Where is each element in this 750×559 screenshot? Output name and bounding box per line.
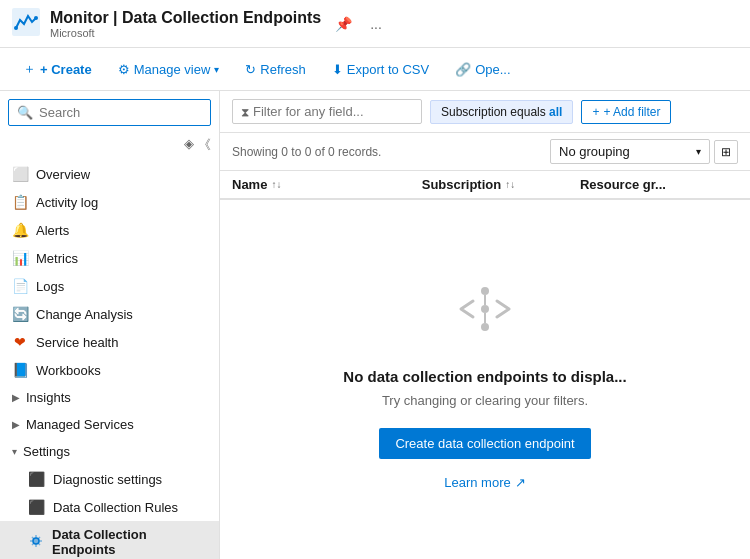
sidebar-item-label: Alerts — [36, 223, 69, 238]
service-health-icon: ❤ — [12, 334, 28, 350]
col-resource-group[interactable]: Resource gr... — [580, 177, 738, 192]
grouping-controls: No grouping ▾ ⊞ — [550, 139, 738, 164]
sidebar-item-label: Activity log — [36, 195, 98, 210]
open-button[interactable]: 🔗 Ope... — [444, 56, 521, 83]
workbooks-icon: 📘 — [12, 362, 28, 378]
insights-label: Insights — [26, 390, 71, 405]
grid-toggle-button[interactable]: ⊞ — [714, 140, 738, 164]
manage-view-button[interactable]: ⚙ Manage view ▾ — [107, 56, 231, 83]
empty-state-icon — [445, 269, 525, 352]
filter-icon: ⧗ — [241, 105, 249, 119]
download-icon: ⬇ — [332, 62, 343, 77]
svg-point-2 — [34, 16, 38, 20]
gear-icon: ⚙ — [118, 62, 130, 77]
filter-input-box[interactable]: ⧗ — [232, 99, 422, 124]
chevron-down-icon: ▾ — [214, 64, 219, 75]
more-icon[interactable]: ... — [366, 12, 386, 36]
sidebar-settings-icon[interactable]: ◈ — [184, 136, 194, 154]
svg-point-1 — [14, 26, 18, 30]
sidebar-item-alerts[interactable]: 🔔 Alerts — [0, 216, 219, 244]
sidebar-icon-group: ◈ 《 — [0, 134, 219, 160]
sidebar-item-workbooks[interactable]: 📘 Workbooks — [0, 356, 219, 384]
change-analysis-icon: 🔄 — [12, 306, 28, 322]
table-header: Name ↑↓ Subscription ↑↓ Resource gr... — [220, 171, 750, 200]
create-icon: ＋ — [23, 60, 36, 78]
azure-monitor-icon — [12, 8, 40, 39]
learn-more-link[interactable]: Learn more ↗ — [444, 475, 525, 490]
subscription-filter-tag: Subscription equals all — [430, 100, 573, 124]
col-subscription[interactable]: Subscription ↑↓ — [422, 177, 580, 192]
plus-icon: + — [592, 105, 599, 119]
sidebar-item-label: Service health — [36, 335, 118, 350]
activity-log-icon: 📋 — [12, 194, 28, 210]
header-title-group: Monitor | Data Collection Endpoints Micr… — [50, 9, 321, 39]
learn-more-text: Learn more — [444, 475, 510, 490]
refresh-button[interactable]: ↻ Refresh — [234, 56, 317, 83]
create-endpoint-button[interactable]: Create data collection endpoint — [379, 428, 590, 459]
sidebar-item-label: Workbooks — [36, 363, 101, 378]
sidebar-item-label: Overview — [36, 167, 90, 182]
chevron-down-icon: ▾ — [696, 146, 701, 157]
sidebar-item-diagnostic-settings[interactable]: ⬛ Diagnostic settings — [0, 465, 219, 493]
sidebar-group-insights[interactable]: ▶ Insights — [0, 384, 219, 411]
grid-icon: ⊞ — [721, 145, 731, 159]
export-button[interactable]: ⬇ Export to CSV — [321, 56, 440, 83]
subscription-sort-icon: ↑↓ — [505, 179, 515, 190]
sidebar-group-managed-services[interactable]: ▶ Managed Services — [0, 411, 219, 438]
sidebar-item-data-collection-rules[interactable]: ⬛ Data Collection Rules — [0, 493, 219, 521]
logs-icon: 📄 — [12, 278, 28, 294]
col-name[interactable]: Name ↑↓ — [232, 177, 422, 192]
svg-point-4 — [481, 305, 489, 313]
page-title: Monitor | Data Collection Endpoints — [50, 9, 321, 27]
records-count-text: Showing 0 to 0 of 0 records. — [232, 145, 381, 159]
diagnostic-icon: ⬛ — [28, 471, 45, 487]
chevron-right-icon: ▶ — [12, 419, 20, 430]
sidebar-sub-item-label: Data Collection Rules — [53, 500, 178, 515]
sidebar: 🔍 ◈ 《 ⬜ Overview 📋 Activity log 🔔 Alerts… — [0, 91, 220, 559]
sidebar-item-label: Change Analysis — [36, 307, 133, 322]
sidebar-item-label: Logs — [36, 279, 64, 294]
content-area: ⧗ Subscription equals all + + Add filter… — [220, 91, 750, 559]
add-filter-button[interactable]: + + Add filter — [581, 100, 671, 124]
sidebar-group-settings[interactable]: ▾ Settings — [0, 438, 219, 465]
sidebar-sub-item-label: Data Collection Endpoints — [52, 527, 207, 557]
grouping-label: No grouping — [559, 144, 630, 159]
metrics-icon: 📊 — [12, 250, 28, 266]
pin-icon[interactable]: 📌 — [331, 12, 356, 36]
open-icon: 🔗 — [455, 62, 471, 77]
records-bar: Showing 0 to 0 of 0 records. No grouping… — [220, 133, 750, 171]
subscription-filter-text: Subscription equals all — [441, 105, 562, 119]
empty-state: No data collection endpoints to displa..… — [220, 200, 750, 559]
name-sort-icon: ↑↓ — [271, 179, 281, 190]
page-header: Monitor | Data Collection Endpoints Micr… — [0, 0, 750, 48]
search-box[interactable]: 🔍 — [8, 99, 211, 126]
search-icon: 🔍 — [17, 105, 33, 120]
main-layout: 🔍 ◈ 《 ⬜ Overview 📋 Activity log 🔔 Alerts… — [0, 91, 750, 559]
filter-any-field-input[interactable] — [253, 104, 413, 119]
sidebar-item-data-collection-endpoints[interactable]: Data Collection Endpoints — [0, 521, 219, 559]
create-button[interactable]: ＋ + Create — [12, 54, 103, 84]
sidebar-item-label: Metrics — [36, 251, 78, 266]
settings-label: Settings — [23, 444, 70, 459]
svg-point-5 — [481, 287, 489, 295]
sidebar-item-activity-log[interactable]: 📋 Activity log — [0, 188, 219, 216]
sidebar-item-logs[interactable]: 📄 Logs — [0, 272, 219, 300]
sidebar-item-overview[interactable]: ⬜ Overview — [0, 160, 219, 188]
chevron-right-icon: ▶ — [12, 392, 20, 403]
empty-title: No data collection endpoints to displa..… — [343, 368, 626, 385]
toolbar: ＋ + Create ⚙ Manage view ▾ ↻ Refresh ⬇ E… — [0, 48, 750, 91]
filter-bar: ⧗ Subscription equals all + + Add filter — [220, 91, 750, 133]
refresh-icon: ↻ — [245, 62, 256, 77]
sidebar-item-metrics[interactable]: 📊 Metrics — [0, 244, 219, 272]
sidebar-collapse-icon[interactable]: 《 — [198, 136, 211, 154]
sidebar-item-change-analysis[interactable]: 🔄 Change Analysis — [0, 300, 219, 328]
external-link-icon: ↗ — [515, 475, 526, 490]
endpoints-icon — [28, 533, 44, 552]
chevron-down-icon: ▾ — [12, 446, 17, 457]
grouping-dropdown[interactable]: No grouping ▾ — [550, 139, 710, 164]
search-input[interactable] — [39, 105, 207, 120]
empty-subtitle: Try changing or clearing your filters. — [382, 393, 588, 408]
sidebar-sub-item-label: Diagnostic settings — [53, 472, 162, 487]
sidebar-item-service-health[interactable]: ❤ Service health — [0, 328, 219, 356]
overview-icon: ⬜ — [12, 166, 28, 182]
